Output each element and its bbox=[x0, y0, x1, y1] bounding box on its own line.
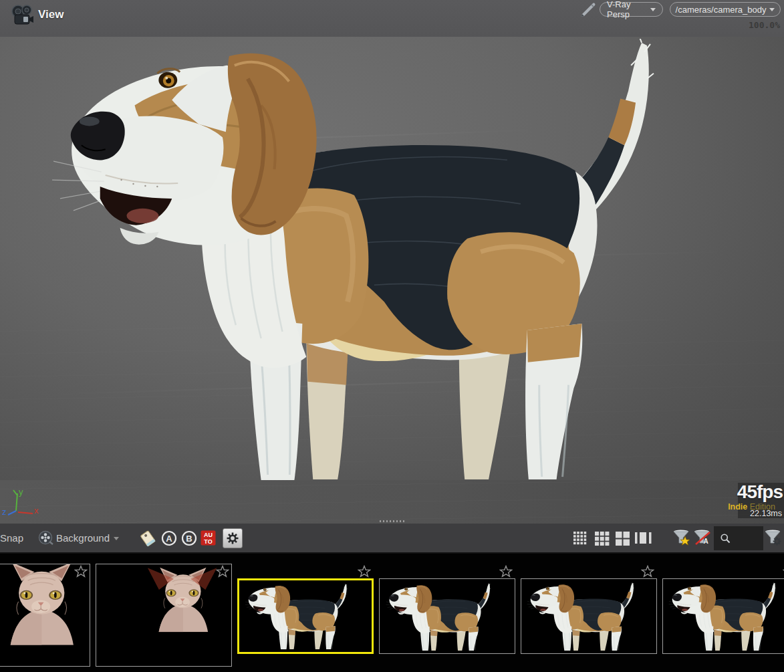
grid-medium-icon bbox=[594, 530, 610, 546]
thumbnail-frame bbox=[96, 564, 232, 667]
auto-snapshot-button[interactable]: AU TO bbox=[201, 524, 216, 552]
gallery-search[interactable] bbox=[714, 526, 763, 550]
render-gallery-window: View V-Ray Persp /cameras/camera_body 10… bbox=[0, 0, 784, 672]
zoom-level: 100.0% bbox=[749, 20, 780, 30]
gallery-item-3[interactable] bbox=[237, 554, 374, 672]
thumbnail-frame bbox=[521, 578, 657, 654]
search-icon bbox=[719, 531, 731, 546]
axis-gizmo: y z x bbox=[1, 487, 41, 519]
search-input[interactable] bbox=[731, 533, 763, 544]
beagle-render bbox=[40, 39, 668, 480]
star-toggle[interactable] bbox=[499, 565, 513, 578]
b-badge-icon: B bbox=[181, 530, 197, 546]
filter-disable-icon: A bbox=[694, 530, 712, 546]
compare-b-button[interactable]: B bbox=[181, 524, 197, 552]
background-dropdown[interactable]: Background bbox=[38, 524, 119, 552]
svg-text:AU: AU bbox=[204, 532, 213, 538]
filter-favorites-icon bbox=[673, 530, 691, 546]
svg-text:A: A bbox=[703, 538, 708, 545]
star-toggle[interactable] bbox=[358, 565, 371, 578]
background-label: Background bbox=[56, 532, 110, 544]
thumbnail-frame bbox=[379, 578, 515, 654]
renderer-dropdown-label: V-Ray Persp bbox=[607, 0, 647, 19]
star-toggle[interactable] bbox=[641, 565, 654, 578]
dog-thumbnail-render bbox=[239, 580, 372, 652]
cat-thumbnail-render bbox=[0, 564, 90, 666]
gallery-item-2[interactable] bbox=[96, 554, 232, 672]
chevron-down-icon bbox=[650, 8, 656, 11]
camera-path-label: /cameras/camera_body bbox=[676, 5, 767, 15]
chevron-down-icon bbox=[114, 537, 119, 540]
view-mode-grid-large[interactable] bbox=[615, 524, 630, 552]
viewport-mask-strip: y z x 45fps Indie Edition 22.13ms bbox=[0, 480, 784, 524]
renderer-dropdown[interactable]: V-Ray Persp bbox=[600, 2, 663, 17]
filter-favorites-button[interactable] bbox=[673, 524, 691, 552]
filter-settings-button[interactable] bbox=[765, 524, 783, 552]
filter-settings-icon bbox=[765, 530, 783, 546]
camera-path-dropdown[interactable]: /cameras/camera_body bbox=[670, 2, 781, 17]
dog-thumbnail-render bbox=[380, 579, 515, 653]
pane-splitter-handle[interactable] bbox=[380, 520, 405, 522]
settings-gear-icon bbox=[226, 532, 239, 545]
film-reel-icon bbox=[38, 530, 54, 546]
snapshot-gallery bbox=[0, 554, 784, 672]
cat-thumbnail-render bbox=[96, 564, 231, 666]
thumbnail-frame bbox=[0, 564, 90, 667]
gallery-item-4[interactable] bbox=[379, 554, 515, 672]
chevron-down-icon bbox=[769, 8, 775, 11]
filter-disable-button[interactable]: A bbox=[694, 524, 712, 552]
view-mode-grid-medium[interactable] bbox=[594, 524, 610, 552]
thumbnail-frame bbox=[237, 578, 374, 654]
pane-title: View bbox=[38, 8, 63, 21]
snapshot-settings-button[interactable] bbox=[223, 528, 243, 548]
auto-badge-icon: AU TO bbox=[201, 530, 216, 546]
snap-label[interactable]: Snap bbox=[0, 532, 23, 544]
grid-large-icon bbox=[615, 530, 630, 546]
edition-word-1: Indie bbox=[728, 502, 747, 512]
gallery-item-1[interactable] bbox=[0, 554, 90, 672]
axis-y-label: y bbox=[19, 487, 23, 497]
fps-counter: 45fps bbox=[737, 481, 783, 503]
svg-text:B: B bbox=[186, 534, 192, 544]
thumbnail-frame bbox=[662, 578, 784, 654]
gallery-item-6[interactable] bbox=[662, 554, 784, 672]
viewport-3d[interactable] bbox=[0, 37, 784, 480]
gallery-toolbar: Snap Background bbox=[0, 524, 784, 554]
dog-thumbnail-render bbox=[663, 579, 784, 653]
a-badge-icon: A bbox=[161, 530, 177, 546]
grid-small-icon bbox=[573, 530, 588, 546]
view-mode-list[interactable] bbox=[634, 524, 653, 552]
dog-thumbnail-render bbox=[521, 579, 656, 653]
axis-z-label: z bbox=[2, 507, 7, 517]
viewport-header: View V-Ray Persp /cameras/camera_body 10… bbox=[0, 0, 784, 37]
svg-text:A: A bbox=[166, 534, 172, 544]
frame-time: 22.13ms bbox=[750, 509, 782, 518]
compare-a-button[interactable]: A bbox=[161, 524, 177, 552]
tag-icon bbox=[139, 529, 156, 548]
movie-camera-icon bbox=[10, 5, 35, 29]
svg-text:TO: TO bbox=[204, 538, 212, 545]
list-view-icon bbox=[634, 530, 653, 546]
view-mode-grid-small[interactable] bbox=[573, 524, 588, 552]
star-toggle[interactable] bbox=[216, 565, 229, 578]
tag-button[interactable] bbox=[139, 524, 156, 552]
axis-x-label: x bbox=[34, 506, 39, 516]
star-toggle[interactable] bbox=[74, 565, 88, 578]
pencil-edit-icon[interactable] bbox=[579, 2, 596, 18]
gallery-item-5[interactable] bbox=[521, 554, 657, 672]
